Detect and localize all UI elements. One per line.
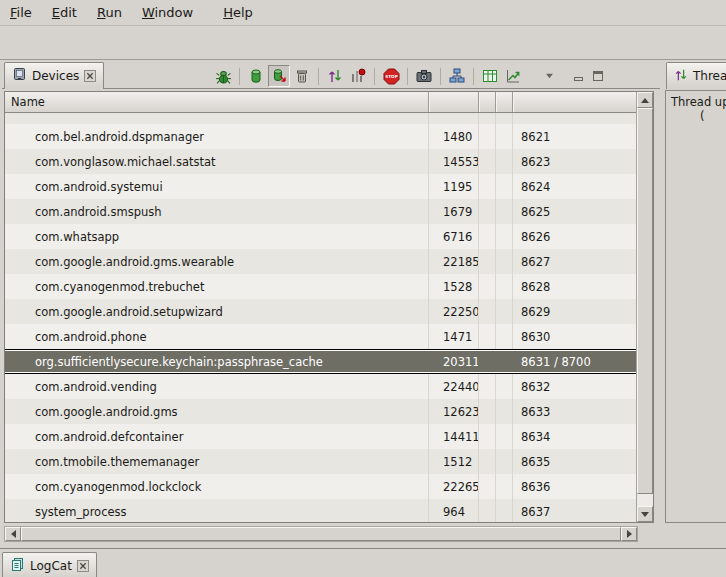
threads-message-line2: ( xyxy=(700,109,726,123)
dump-hprof-icon[interactable] xyxy=(268,65,290,87)
process-port: 8623 xyxy=(513,149,636,174)
process-port: 8624 xyxy=(513,174,636,199)
device-process-table: Name com.bel.android.dspmanager 1480 862… xyxy=(4,91,654,523)
update-heap-icon[interactable] xyxy=(245,65,267,87)
minimize-icon[interactable] xyxy=(570,65,588,87)
table-row[interactable]: com.android.systemui 1195 8624 xyxy=(5,174,636,199)
menu-run[interactable]: Run xyxy=(87,0,132,25)
maximize-icon[interactable] xyxy=(589,65,607,87)
close-icon[interactable] xyxy=(84,70,96,82)
table-row[interactable]: com.cyanogenmod.trebuchet 1528 8628 xyxy=(5,274,636,299)
vertical-scroll-track[interactable] xyxy=(637,108,653,506)
process-col-a xyxy=(479,374,496,399)
process-port: 8636 xyxy=(513,474,636,499)
process-name: com.bel.android.dspmanager xyxy=(5,124,429,149)
column-header-a[interactable] xyxy=(479,92,496,112)
table-row[interactable]: com.bel.android.dspmanager 1480 8621 xyxy=(5,124,636,149)
toolbar-separator xyxy=(473,68,474,85)
horizontal-scroll-thumb[interactable] xyxy=(21,527,621,541)
debug-icon[interactable] xyxy=(212,65,234,87)
table-row[interactable]: com.google.android.gms.wearable 22185 86… xyxy=(5,249,636,274)
table-row[interactable]: com.google.android.setupwizard 22250 862… xyxy=(5,299,636,324)
toolbar-separator xyxy=(440,68,441,85)
process-name: com.google.android.gms xyxy=(5,399,429,424)
process-col-b xyxy=(496,474,513,499)
sysinfo-icon[interactable] xyxy=(502,65,524,87)
menu-edit[interactable]: Edit xyxy=(42,0,87,25)
process-pid: 1528 xyxy=(429,274,479,299)
process-col-a xyxy=(479,124,496,149)
process-port: 8630 xyxy=(513,324,636,349)
scroll-down-icon[interactable] xyxy=(637,506,653,522)
table-row[interactable]: com.android.smspush 1679 8625 xyxy=(5,199,636,224)
process-pid: 12623 xyxy=(429,399,479,424)
scroll-left-icon[interactable] xyxy=(5,527,21,541)
process-col-a xyxy=(479,299,496,324)
table-row[interactable]: com.whatsapp 6716 8626 xyxy=(5,224,636,249)
tab-threads[interactable]: Threa xyxy=(666,62,726,89)
bottom-panel: LogCat xyxy=(0,548,726,577)
horizontal-scroll-track[interactable] xyxy=(21,527,621,541)
system-grid-icon[interactable] xyxy=(479,65,501,87)
horizontal-scrollbar[interactable] xyxy=(4,526,638,542)
scroll-up-icon[interactable] xyxy=(637,92,653,108)
menu-window[interactable]: Window xyxy=(132,0,203,25)
column-header-pid[interactable] xyxy=(429,92,479,112)
table-row[interactable]: com.android.vending 22440 8632 xyxy=(5,374,636,399)
process-col-b xyxy=(496,499,513,522)
toolbar-separator xyxy=(318,68,319,85)
view-hierarchy-icon[interactable] xyxy=(446,65,468,87)
process-pid: 1480 xyxy=(429,124,479,149)
vertical-scrollbar[interactable] xyxy=(636,92,653,522)
process-pid: 964 xyxy=(429,499,479,522)
process-name: com.android.phone xyxy=(5,324,429,349)
menu-bar: File Edit Run Window Help xyxy=(0,0,726,26)
tab-logcat[interactable]: LogCat xyxy=(2,552,97,577)
table-row[interactable]: com.google.android.gms 12623 8633 xyxy=(5,399,636,424)
close-icon[interactable] xyxy=(77,560,89,572)
process-pid: 22265 xyxy=(429,474,479,499)
vertical-scroll-thumb[interactable] xyxy=(637,108,653,494)
column-header-port[interactable] xyxy=(513,92,636,112)
update-threads-icon[interactable] xyxy=(324,65,346,87)
table-row[interactable]: com.android.defcontainer 14411 8634 xyxy=(5,424,636,449)
table-row[interactable]: com.tmobile.thememanager 1512 8635 xyxy=(5,449,636,474)
devices-tab-row: Devices xyxy=(2,62,660,89)
column-header-name[interactable]: Name xyxy=(5,92,429,112)
tab-devices[interactable]: Devices xyxy=(4,62,104,89)
table-row[interactable]: com.android.phone 1471 8630 xyxy=(5,324,636,349)
process-col-b xyxy=(496,324,513,349)
threads-view: Threa Thread up ( xyxy=(664,60,726,548)
scroll-right-icon[interactable] xyxy=(621,527,637,541)
process-col-b xyxy=(496,374,513,399)
process-name: com.tmobile.thememanager xyxy=(5,449,429,474)
process-port: 8633 xyxy=(513,399,636,424)
process-pid: 22185 xyxy=(429,249,479,274)
table-row[interactable]: system_process 964 8637 xyxy=(5,499,636,522)
screen-capture-icon[interactable] xyxy=(413,65,435,87)
process-col-a xyxy=(479,424,496,449)
process-port: 8629 xyxy=(513,299,636,324)
process-col-a xyxy=(479,149,496,174)
process-col-b xyxy=(496,224,513,249)
process-name: com.google.android.gms.wearable xyxy=(5,249,429,274)
main-toolbar xyxy=(0,26,726,60)
process-pid: 14411 xyxy=(429,424,479,449)
process-pid: 1471 xyxy=(429,324,479,349)
menu-file[interactable]: File xyxy=(0,0,42,25)
column-header-b[interactable] xyxy=(496,92,513,112)
process-col-b xyxy=(496,399,513,424)
table-row-partial[interactable] xyxy=(5,113,636,124)
threads-icon xyxy=(674,68,688,85)
process-col-b xyxy=(496,174,513,199)
table-row[interactable]: com.cyanogenmod.lockclock 22265 8636 xyxy=(5,474,636,499)
stop-process-icon[interactable]: STOP xyxy=(380,65,402,87)
process-col-a xyxy=(479,224,496,249)
toolbar-separator xyxy=(239,68,240,85)
method-profiling-icon[interactable] xyxy=(347,65,369,87)
table-row[interactable]: org.sufficientlysecure.keychain:passphra… xyxy=(5,349,636,374)
table-row[interactable]: com.vonglasow.michael.satstat 14553 8623 xyxy=(5,149,636,174)
menu-help[interactable]: Help xyxy=(213,0,263,25)
cause-gc-icon[interactable] xyxy=(291,65,313,87)
view-menu-icon[interactable] xyxy=(541,65,557,87)
